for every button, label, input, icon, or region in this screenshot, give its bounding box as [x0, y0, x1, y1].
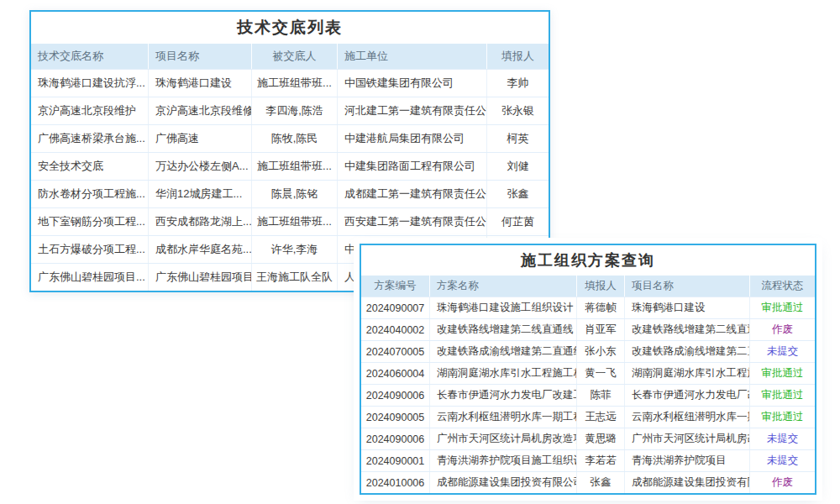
- cell-link[interactable]: 长春市伊通河水力发电厂改建工程: [430, 385, 577, 406]
- cell-link[interactable]: 云南水利枢纽潜明水库一期工程: [430, 407, 577, 428]
- cell-link[interactable]: 何芷茵: [487, 208, 549, 235]
- cell-link[interactable]: 陈菲: [577, 385, 625, 406]
- cell-link[interactable]: 2024090006: [361, 385, 430, 406]
- table-row[interactable]: 2024090007珠海鹤港口建设施工组织设计蒋德帧珠海鹤港口建设审批通过: [361, 297, 815, 318]
- cell-text: 李四海,陈浩: [252, 97, 338, 124]
- cell-link[interactable]: 珠海鹤港口建设: [625, 297, 750, 318]
- column-header: 被交底人: [252, 44, 338, 69]
- cell-link[interactable]: 王志远: [577, 407, 625, 428]
- cell-link[interactable]: 成都能源建设集团投资有限公司: [430, 472, 577, 493]
- cell-link[interactable]: 张鑫: [487, 181, 549, 207]
- cell-link[interactable]: 黄一飞: [577, 363, 625, 384]
- cell-link[interactable]: 张永银: [487, 97, 549, 124]
- cell-text: 许华,李海: [252, 236, 338, 263]
- panel-title-construction-plan: 施工组织方案查询: [361, 245, 815, 276]
- cell-link[interactable]: 万达办公楼左侧A...: [149, 153, 252, 180]
- table-row[interactable]: 2024090005云南水利枢纽潜明水库一期工程王志远云南水利枢纽潜明水库一期工…: [361, 406, 815, 428]
- table-row[interactable]: 2024090001青海洪湖养护院项目施工组织设计李若若青海洪湖养护院项目未提交: [361, 449, 815, 471]
- cell-link[interactable]: 成都水岸华庭名苑...: [149, 236, 252, 263]
- table-row[interactable]: 2024090006长春市伊通河水力发电厂改建工程陈菲长春市伊通河水力发电厂改建…: [361, 384, 815, 406]
- cell-link[interactable]: 珠海鹤港口建设抗浮...: [31, 70, 149, 97]
- column-header: 技术交底名称: [31, 44, 149, 69]
- cell-text: 西安建工第一建筑有限责任公司: [338, 208, 487, 235]
- cell-link[interactable]: 长春市伊通河水力发电厂改建工程: [625, 385, 750, 406]
- cell-link[interactable]: 珠海鹤港口建设施工组织设计: [430, 297, 577, 318]
- cell-link[interactable]: 柯英: [487, 125, 549, 152]
- table-row[interactable]: 2024060004湖南洞庭湖水库引水工程施工标黄一飞湖南洞庭湖水库引水工程施工…: [361, 362, 815, 384]
- cell-link[interactable]: 湖南洞庭湖水库引水工程施工标: [430, 363, 577, 384]
- cell-link[interactable]: 土石方爆破分项工程...: [31, 236, 149, 263]
- column-header: 项目名称: [625, 276, 750, 297]
- cell-link[interactable]: 广佛高速: [149, 125, 252, 152]
- table-row[interactable]: 2024010006成都能源建设集团投资有限公司张鑫成都能源建设集团投资有限公司…: [361, 471, 815, 493]
- cell-text: 成都建工第一建筑有限责任公司: [338, 181, 487, 207]
- cell-link[interactable]: 改建铁路线增建第二线直通线: [625, 319, 750, 340]
- cell-link[interactable]: 李帅: [487, 70, 549, 97]
- cell-link[interactable]: 地下室钢筋分项工程...: [31, 208, 149, 235]
- cell-link[interactable]: 青海洪湖养护院项目施工组织设计: [430, 450, 577, 471]
- cell-link[interactable]: 湖南洞庭湖水库引水工程施工标: [625, 363, 750, 384]
- cell-link[interactable]: 京沪高速北京段维护: [31, 97, 149, 124]
- cell-link[interactable]: 成都能源建设集团投资有限公司: [625, 472, 750, 493]
- table-row[interactable]: 地下室钢筋分项工程...西安成都路龙湖上...施工班组带班...西安建工第一建筑…: [31, 207, 549, 235]
- cell-link[interactable]: 京沪高速北京段维修: [149, 97, 252, 124]
- table-row[interactable]: 2024040002改建铁路线增建第二线直通线（肖亚军改建铁路线增建第二线直通线…: [361, 318, 815, 340]
- column-header: 施工单位: [338, 44, 487, 69]
- panel-construction-plan-query: 施工组织方案查询 方案编号方案名称填报人项目名称流程状态2024090007珠海…: [360, 244, 816, 495]
- cell-link[interactable]: 广州市天河区统计局机房改造项目: [625, 428, 750, 449]
- cell-link[interactable]: 改建铁路成渝线增建第二直通线: [625, 341, 750, 362]
- cell-text: 陈牧,陈民: [252, 125, 338, 152]
- cell-link[interactable]: 2024060004: [361, 363, 430, 384]
- cell-link[interactable]: 2024070005: [361, 341, 430, 362]
- cell-link[interactable]: 2024090007: [361, 297, 430, 318]
- cell-link[interactable]: 西安成都路龙湖上...: [149, 208, 252, 235]
- status-text: 审批通过: [750, 407, 815, 428]
- column-header: 流程状态: [750, 276, 815, 297]
- table-row[interactable]: 2024090006广州市天河区统计局机房改造项目黄思璐广州市天河区统计局机房改…: [361, 428, 815, 449]
- cell-text: 施工班组带班...: [252, 153, 338, 180]
- cell-link[interactable]: 防水卷材分项工程施...: [31, 181, 149, 207]
- table-header-row: 技术交底名称项目名称被交底人施工单位填报人: [31, 44, 549, 69]
- cell-link[interactable]: 广东佛山碧桂园项目: [149, 264, 252, 291]
- cell-text: 河北建工第一建筑有限责任公司: [338, 97, 487, 124]
- cell-link[interactable]: 广州市天河区统计局机房改造项目: [430, 428, 577, 449]
- cell-link[interactable]: 李若若: [577, 450, 625, 471]
- cell-link[interactable]: 广东佛山碧桂园项目...: [31, 264, 149, 291]
- cell-link[interactable]: 2024040002: [361, 319, 430, 340]
- cell-link[interactable]: 2024090006: [361, 428, 430, 449]
- status-text: 审批通过: [750, 385, 815, 406]
- column-header: 项目名称: [149, 44, 252, 69]
- status-text: 审批通过: [750, 363, 815, 384]
- cell-link[interactable]: 改建铁路线增建第二线直通线（: [430, 319, 577, 340]
- cell-link[interactable]: 黄思璐: [577, 428, 625, 449]
- cell-link[interactable]: 安全技术交底: [31, 153, 149, 180]
- cell-link[interactable]: 肖亚军: [577, 319, 625, 340]
- status-text: 审批通过: [750, 297, 815, 318]
- cell-link[interactable]: 张小东: [577, 341, 625, 362]
- cell-link[interactable]: 改建铁路成渝线增建第二直通线: [430, 341, 577, 362]
- cell-link[interactable]: 青海洪湖养护院项目: [625, 450, 750, 471]
- table-row[interactable]: 广佛高速桥梁承台施...广佛高速陈牧,陈民中建港航局集团有限公司柯英: [31, 124, 549, 152]
- cell-link[interactable]: 2024090005: [361, 407, 430, 428]
- status-text: 未提交: [750, 428, 815, 449]
- column-header: 填报人: [487, 44, 549, 69]
- panel-title-technical-disclosure: 技术交底列表: [31, 12, 549, 44]
- table-row[interactable]: 珠海鹤港口建设抗浮...珠海鹤港口建设施工班组带班...中国铁建集团有限公司李帅: [31, 69, 549, 97]
- cell-link[interactable]: 张鑫: [577, 472, 625, 493]
- table-row[interactable]: 防水卷材分项工程施...华润12城房建工...陈晨,陈铭成都建工第一建筑有限责任…: [31, 180, 549, 207]
- cell-link[interactable]: 云南水利枢纽潜明水库一期工程: [625, 407, 750, 428]
- cell-link[interactable]: 2024090001: [361, 450, 430, 471]
- cell-link[interactable]: 广佛高速桥梁承台施...: [31, 125, 149, 152]
- table-row[interactable]: 安全技术交底万达办公楼左侧A...施工班组带班...中建集团路面工程有限公司刘健: [31, 152, 549, 180]
- table-row[interactable]: 京沪高速北京段维护京沪高速北京段维修李四海,陈浩河北建工第一建筑有限责任公司张永…: [31, 97, 549, 124]
- cell-text: 中国铁建集团有限公司: [338, 70, 487, 97]
- cell-link[interactable]: 蒋德帧: [577, 297, 625, 318]
- cell-link[interactable]: 2024010006: [361, 472, 430, 493]
- table-header-row: 方案编号方案名称填报人项目名称流程状态: [361, 276, 815, 297]
- cell-link[interactable]: 华润12城房建工...: [149, 181, 252, 207]
- cell-text: 陈晨,陈铭: [252, 181, 338, 207]
- status-text: 未提交: [750, 341, 815, 362]
- cell-link[interactable]: 珠海鹤港口建设: [149, 70, 252, 97]
- table-row[interactable]: 2024070005改建铁路成渝线增建第二直通线张小东改建铁路成渝线增建第二直通…: [361, 340, 815, 362]
- cell-link[interactable]: 刘健: [487, 153, 549, 180]
